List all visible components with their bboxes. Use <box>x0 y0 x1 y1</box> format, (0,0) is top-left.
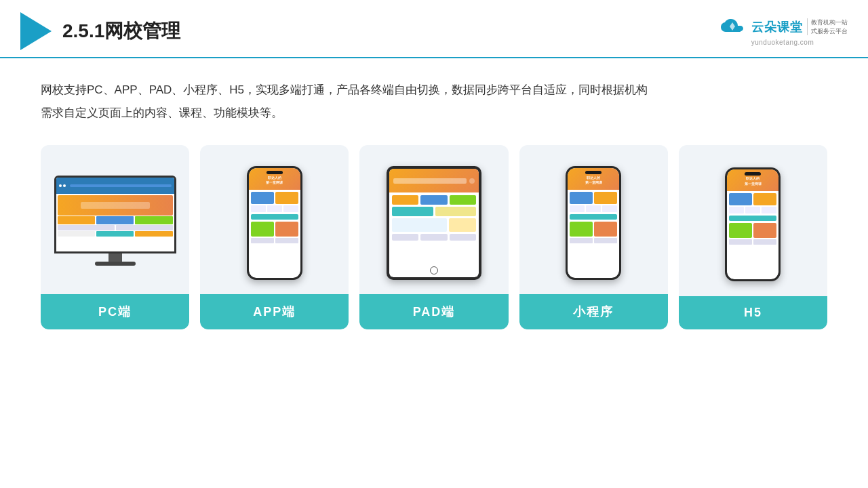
card-h5-image: 职达人的第一堂网课 <box>679 145 827 296</box>
card-app: 职达人的第一堂网课 <box>200 145 349 329</box>
header-left: 2.5.1网校管理 <box>20 12 180 50</box>
pc-monitor-icon <box>54 176 176 270</box>
card-app-label: APP端 <box>200 294 349 329</box>
h5-phone-icon: 职达人的第一堂网课 <box>725 167 781 281</box>
pad-tablet-icon <box>387 166 481 280</box>
cloud-icon <box>717 17 747 37</box>
main-content: 网校支持PC、APP、PAD、小程序、H5，实现多端打通，产品各终端自由切换，数… <box>0 58 868 343</box>
brand-tagline: 教育机构一站 式服务云平台 <box>807 18 848 35</box>
card-pad: PAD端 <box>359 145 508 329</box>
description-text: 网校支持PC、APP、PAD、小程序、H5，实现多端打通，产品各终端自由切换，数… <box>41 79 827 125</box>
card-miniapp-image: 职达人的第一堂网课 <box>519 145 668 294</box>
page-title: 2.5.1网校管理 <box>62 18 180 44</box>
header: 2.5.1网校管理 云朵课堂 教育机构一站 式服务云平台 yunduoketan… <box>0 0 868 58</box>
card-miniapp-label: 小程序 <box>519 294 668 329</box>
card-pad-label: PAD端 <box>359 294 508 329</box>
card-pc-image <box>41 145 189 294</box>
card-miniapp: 职达人的第一堂网课 <box>519 145 668 329</box>
brand-name: 云朵课堂 <box>751 19 803 35</box>
logo-triangle-icon <box>20 12 52 50</box>
card-pc: PC端 <box>41 145 189 329</box>
card-pc-label: PC端 <box>41 294 189 329</box>
card-h5-label: H5 <box>679 296 827 329</box>
brand-logo: 云朵课堂 教育机构一站 式服务云平台 <box>717 17 848 37</box>
card-app-image: 职达人的第一堂网课 <box>200 145 349 294</box>
header-right: 云朵课堂 教育机构一站 式服务云平台 yunduoketang.com <box>717 17 848 46</box>
card-pad-image <box>359 145 508 294</box>
app-phone-icon: 职达人的第一堂网课 <box>247 166 302 280</box>
brand-url: yunduoketang.com <box>751 39 814 46</box>
cards-row: PC端 职达人的第一堂网课 <box>41 145 827 329</box>
miniapp-phone-icon: 职达人的第一堂网课 <box>566 166 621 280</box>
card-h5: 职达人的第一堂网课 <box>679 145 827 329</box>
